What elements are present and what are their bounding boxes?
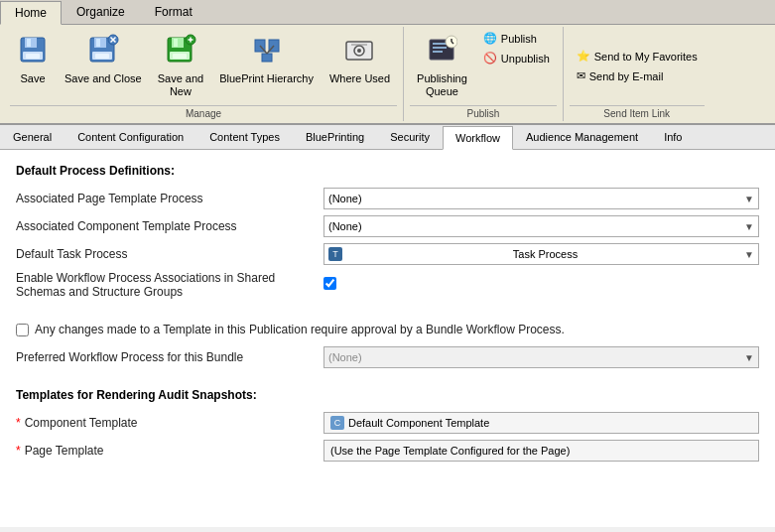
tab-organize[interactable]: Organize [62,0,140,24]
page-template-field[interactable]: (Use the Page Template Configured for th… [323,440,759,462]
bundle-row: Any changes made to a Template in this P… [16,323,759,336]
enable-workflow-row: Enable Workflow Process Associations in … [16,271,759,299]
send-email-button[interactable]: ✉ Send by E-mail [570,66,705,85]
send-email-icon: ✉ [577,69,585,82]
assoc-comp-select[interactable]: (None) ▼ [323,215,759,237]
publish-buttons-row: Publishing Queue 🌐 Publish 🚫 Unpublish [410,29,557,103]
preferred-row: Preferred Workflow Process for this Bund… [16,346,759,368]
default-task-label: Default Task Process [16,247,323,261]
publish-icon: 🌐 [483,32,497,45]
send-favorites-button[interactable]: ⭐ Send to My Favorites [570,47,705,66]
publish-stack: 🌐 Publish 🚫 Unpublish [476,29,557,67]
svg-rect-32 [433,47,447,49]
publishing-queue-button[interactable]: Publishing Queue [410,29,474,103]
default-task-icon: T [328,247,346,261]
save-button[interactable]: Save [10,29,56,90]
publishing-queue-icon [426,34,457,70]
tab-audience-management[interactable]: Audience Management [513,125,651,149]
component-template-label: *Component Template [16,416,323,430]
default-task-value: Task Process [513,248,578,260]
page-template-row: *Page Template (Use the Page Template Co… [16,440,759,462]
default-task-row: Default Task Process T Task Process ▼ [16,243,759,265]
tab-content-types[interactable]: Content Types [196,125,293,149]
preferred-select[interactable]: (None) ▼ [323,346,759,368]
tab-blueprinting[interactable]: BluePrinting [293,125,377,149]
assoc-comp-label: Associated Component Template Process [16,219,323,233]
whereused-icon [343,34,375,70]
publish-group: Publishing Queue 🌐 Publish 🚫 Unpublish P… [404,27,564,121]
save-close-icon [87,34,119,70]
manage-buttons-row: Save Save and Close Save and New BluePri… [10,29,397,103]
save-label: Save [20,72,45,85]
required-star-page: * [16,444,21,458]
default-task-select[interactable]: T Task Process ▼ [323,243,759,265]
default-task-arrow-icon: ▼ [744,249,754,260]
component-template-value: Default Component Template [348,417,489,429]
unpublish-icon: 🚫 [483,52,497,65]
tab-info[interactable]: Info [651,125,695,149]
tab-general[interactable]: General [0,125,65,149]
preferred-label: Preferred Workflow Process for this Bund… [16,350,323,364]
content-area: Default Process Definitions: Associated … [0,150,775,527]
component-template-row: *Component Template C Default Component … [16,412,759,434]
svg-rect-4 [26,54,40,59]
svg-rect-2 [27,39,31,47]
page-template-value: (Use the Page Template Configured for th… [330,445,570,457]
assoc-page-select[interactable]: (None) ▼ [323,188,759,209]
svg-point-28 [357,49,361,53]
blueprint-label: BluePrint Hierarchy [219,72,314,85]
manage-group: Save Save and Close Save and New BluePri… [4,27,404,121]
blueprint-icon [251,34,283,70]
ribbon-tab-bar: Home Organize Format [0,0,775,25]
page-template-label: *Page Template [16,444,323,458]
assoc-page-row: Associated Page Template Process (None) … [16,188,759,209]
svg-rect-23 [262,54,272,62]
preferred-arrow-icon: ▼ [744,352,754,363]
tab-security[interactable]: Security [377,125,443,149]
send-stack: ⭐ Send to My Favorites ✉ Send by E-mail [570,29,705,103]
comp-template-icon: C [330,416,344,430]
svg-rect-15 [174,39,178,47]
publish-button[interactable]: 🌐 Publish [476,29,557,48]
send-email-label: Send by E-mail [589,70,664,82]
assoc-comp-arrow-icon: ▼ [744,221,754,232]
preferred-value: (None) [328,351,362,363]
required-star-comp: * [16,416,21,430]
save-close-button[interactable]: Save and Close [58,29,149,90]
publish-label: Publish [501,33,537,45]
enable-workflow-checkbox[interactable] [323,277,336,290]
send-favorites-icon: ⭐ [577,50,590,63]
save-close-label: Save and Close [65,72,142,85]
blueprint-button[interactable]: BluePrint Hierarchy [212,29,321,90]
unpublish-label: Unpublish [501,53,550,65]
save-new-label: Save and New [158,72,203,98]
tab-home[interactable]: Home [0,1,62,25]
save-new-button[interactable]: Save and New [151,29,210,103]
svg-rect-17 [173,54,187,59]
publish-group-label: Publish [410,105,557,119]
manage-label: Manage [10,105,397,119]
save-new-icon [165,34,196,70]
section1-title: Default Process Definitions: [16,164,759,178]
send-group: ⭐ Send to My Favorites ✉ Send by E-mail … [564,27,710,121]
svg-rect-31 [433,43,447,45]
tab-workflow[interactable]: Workflow [443,126,513,150]
publishing-queue-label: Publishing Queue [417,72,467,98]
tab-format[interactable]: Format [140,0,207,24]
page-tab-bar: General Content Configuration Content Ty… [0,125,775,150]
assoc-page-value: (None) [328,193,362,204]
svg-rect-7 [96,39,100,47]
assoc-page-label: Associated Page Template Process [16,192,323,205]
section2-title: Templates for Rendering Audit Snapshots: [16,388,759,402]
ribbon: Save Save and Close Save and New BluePri… [0,25,775,125]
tab-content-configuration[interactable]: Content Configuration [65,125,196,149]
unpublish-button[interactable]: 🚫 Unpublish [476,49,557,67]
bundle-label: Any changes made to a Template in this P… [35,323,565,336]
send-favorites-label: Send to My Favorites [594,51,698,63]
component-template-field[interactable]: C Default Component Template [323,412,759,434]
svg-rect-9 [95,54,109,59]
send-group-label: Send Item Link [570,105,705,119]
assoc-page-arrow-icon: ▼ [744,194,754,204]
bundle-checkbox[interactable] [16,324,29,336]
whereused-button[interactable]: Where Used [323,29,397,90]
